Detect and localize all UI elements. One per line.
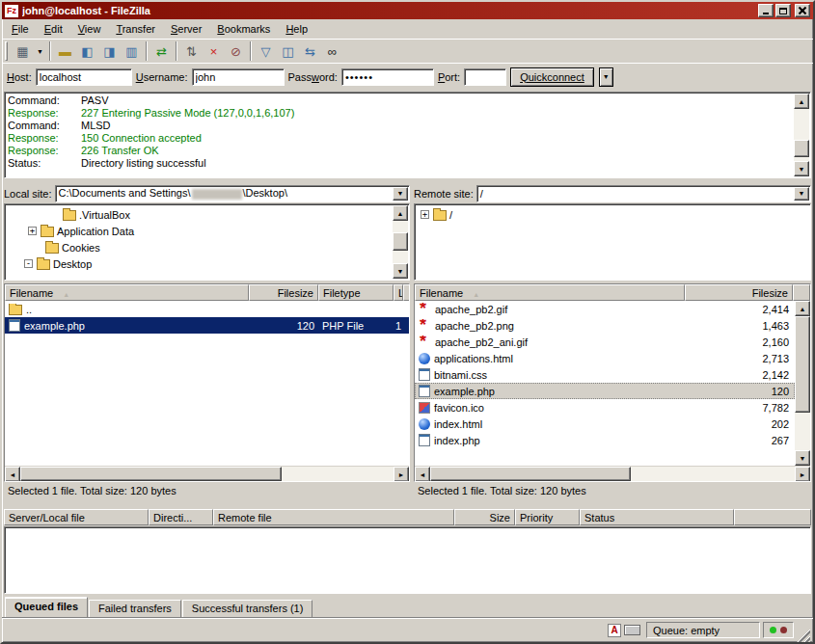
speed-limit-icon[interactable] xyxy=(624,625,640,635)
sync-browse-icon[interactable]: ⇆ xyxy=(299,41,321,62)
cancel-icon[interactable]: × xyxy=(203,41,225,62)
log-line-text: MLSD xyxy=(81,120,111,132)
remote-hscroll[interactable] xyxy=(415,466,810,481)
scroll-up-button[interactable] xyxy=(795,301,810,316)
quickconnect-dropdown[interactable] xyxy=(599,67,613,87)
tab-queued-files[interactable]: Queued files xyxy=(5,597,88,617)
log-scrollbar[interactable] xyxy=(794,94,809,176)
scrollbar-thumb[interactable] xyxy=(430,467,631,481)
remote-file-scrollbar[interactable] xyxy=(795,301,810,466)
column-header-filetype[interactable]: Filetype xyxy=(318,284,394,301)
expand-icon[interactable]: + xyxy=(28,227,37,235)
column-header-remote-file[interactable]: Remote file xyxy=(213,509,454,525)
scroll-down-button[interactable] xyxy=(794,161,809,176)
file-row[interactable]: applications.html2,713 xyxy=(415,350,795,366)
local-tree: .VirtualBox+Application DataCookies-Desk… xyxy=(7,206,392,278)
local-site-dropdown[interactable] xyxy=(393,187,408,201)
file-size: 2,142 xyxy=(685,369,793,381)
scrollbar-thumb[interactable] xyxy=(20,467,282,481)
scroll-down-button[interactable] xyxy=(795,450,810,466)
file-row[interactable]: index.html202 xyxy=(415,416,795,432)
scrollbar-thumb[interactable] xyxy=(795,316,810,413)
column-header-server-local-file[interactable]: Server/Local file xyxy=(4,509,149,525)
quickconnect-button[interactable]: Quickconnect xyxy=(510,67,594,87)
toggle-local-tree-icon[interactable]: ◧ xyxy=(76,41,98,62)
file-row[interactable]: example.php120PHP File1 xyxy=(5,317,409,334)
disconnect-icon[interactable]: ⊘ xyxy=(225,41,247,62)
scrollbar-thumb[interactable] xyxy=(393,232,408,250)
file-row[interactable]: .. xyxy=(5,301,409,317)
toggle-log-icon[interactable]: ▬ xyxy=(54,41,76,62)
toolbar-grip[interactable] xyxy=(5,41,8,61)
menu-item-help[interactable]: Help xyxy=(278,20,315,38)
find-icon[interactable]: ∞ xyxy=(321,41,343,62)
file-size: 7,782 xyxy=(685,402,793,414)
tree-item[interactable]: .VirtualBox xyxy=(7,206,392,223)
menu-item-bookmarks[interactable]: Bookmarks xyxy=(209,20,278,38)
menu-item-server[interactable]: Server xyxy=(163,20,209,38)
process-queue-icon[interactable]: ⇅ xyxy=(180,41,203,62)
port-input[interactable] xyxy=(464,68,506,86)
host-label: Host: xyxy=(7,71,32,83)
remote-site-dropdown[interactable] xyxy=(794,187,809,201)
username-input[interactable] xyxy=(192,68,285,86)
column-header-l[interactable]: L xyxy=(394,284,403,301)
menu-item-file[interactable]: File xyxy=(4,20,37,38)
column-header-filesize[interactable]: Filesize xyxy=(685,284,793,301)
toggle-queue-icon[interactable]: ▥ xyxy=(121,41,143,62)
local-site-combo[interactable]: C:\Documents and Settings\\Desktop\ xyxy=(55,185,410,202)
file-name: applications.html xyxy=(434,353,513,364)
transfer-type-icon[interactable]: A xyxy=(608,624,621,637)
site-manager-dropdown-icon[interactable]: ▼ xyxy=(34,41,46,62)
file-row[interactable]: index.php267 xyxy=(415,432,795,448)
column-header-directi[interactable]: Directi... xyxy=(149,509,213,525)
column-header-status[interactable]: Status xyxy=(580,509,734,525)
file-row[interactable]: bitnami.css2,142 xyxy=(415,366,795,383)
scrollbar-thumb[interactable] xyxy=(794,140,809,156)
tree-item[interactable]: +Application Data xyxy=(7,223,392,239)
column-header-priority[interactable]: Priority xyxy=(515,509,580,525)
refresh-icon[interactable]: ⇄ xyxy=(150,41,173,62)
minimize-button[interactable] xyxy=(758,4,774,17)
tab-failed-transfers[interactable]: Failed transfers xyxy=(89,600,181,617)
file-row[interactable]: apache_pb2.gif2,414 xyxy=(415,301,795,317)
scroll-down-button[interactable] xyxy=(393,263,408,279)
host-input[interactable] xyxy=(36,68,132,86)
expand-icon[interactable]: + xyxy=(421,210,429,219)
compare-icon[interactable]: ◫ xyxy=(277,41,299,62)
filter-icon[interactable]: ▽ xyxy=(255,41,277,62)
local-hscroll[interactable] xyxy=(5,466,409,481)
column-header-filename[interactable]: Filename xyxy=(5,284,249,301)
local-tree-scrollbar[interactable] xyxy=(393,205,408,279)
tree-item[interactable]: -Desktop xyxy=(7,255,392,272)
resize-grip[interactable] xyxy=(797,629,810,642)
scroll-up-button[interactable] xyxy=(393,205,408,221)
toggle-remote-tree-icon[interactable]: ◨ xyxy=(98,41,121,62)
column-header-label: Priority xyxy=(520,512,553,523)
remote-site-combo[interactable]: / xyxy=(476,185,811,202)
file-row[interactable]: example.php120 xyxy=(415,383,795,399)
column-header-size[interactable]: Size xyxy=(454,509,515,525)
file-name-cell: apache_pb2.png xyxy=(415,319,685,332)
tab-successful-transfers-1[interactable]: Successful transfers (1) xyxy=(182,600,313,617)
scroll-right-button[interactable] xyxy=(795,467,810,482)
tree-item[interactable]: Cookies xyxy=(7,239,392,255)
scroll-left-button[interactable] xyxy=(415,467,430,482)
menu-item-transfer[interactable]: Transfer xyxy=(108,20,163,38)
file-row[interactable]: favicon.ico7,782 xyxy=(415,399,795,416)
file-row[interactable]: apache_pb2_ani.gif2,160 xyxy=(415,334,795,350)
close-button[interactable] xyxy=(795,4,810,17)
scroll-right-button[interactable] xyxy=(394,467,409,482)
column-header-filename[interactable]: Filename xyxy=(415,284,685,301)
scroll-up-button[interactable] xyxy=(794,94,809,109)
collapse-icon[interactable]: - xyxy=(24,259,33,268)
site-manager-icon[interactable]: ▦ xyxy=(12,41,34,62)
scroll-left-button[interactable] xyxy=(5,467,20,482)
column-header-filesize[interactable]: Filesize xyxy=(249,284,318,301)
password-input[interactable] xyxy=(341,68,434,86)
maximize-button[interactable] xyxy=(775,4,791,17)
file-row[interactable]: apache_pb2.png1,463 xyxy=(415,317,795,334)
tree-item[interactable]: +/ xyxy=(417,206,808,223)
menu-item-edit[interactable]: Edit xyxy=(37,20,70,38)
menu-item-view[interactable]: View xyxy=(70,20,109,38)
